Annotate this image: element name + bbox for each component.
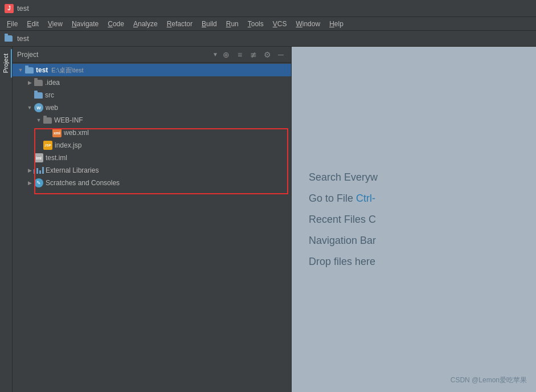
sidebar-tabs: Project xyxy=(0,47,13,392)
tree-item-scratches[interactable]: ✎ Scratches and Consoles xyxy=(13,177,291,189)
main-layout: Project Project ▼ ⊕ ≡ ≢ ⚙ ─ test E:\桌面\t… xyxy=(0,47,536,392)
extlib-icon xyxy=(34,166,43,175)
tab-title: test xyxy=(17,34,29,43)
tree-item-webinf[interactable]: WEB-INF xyxy=(13,114,291,126)
panel-settings-icon[interactable]: ⚙ xyxy=(261,49,273,60)
tree-item-indexjsp[interactable]: JSP index.jsp xyxy=(13,139,291,152)
webxml-label: web.xml xyxy=(64,129,89,137)
expand-arrow-extlibs[interactable] xyxy=(26,167,33,174)
hint-goto-file: Go to File Ctrl- xyxy=(309,193,375,205)
expand-arrow-scratches[interactable] xyxy=(26,179,33,186)
idea-label: .idea xyxy=(45,79,60,87)
scratches-label: Scratches and Consoles xyxy=(46,179,120,187)
window-title: test xyxy=(17,4,29,13)
web-label: web xyxy=(46,104,58,112)
menu-tools[interactable]: Tools xyxy=(243,19,268,29)
expand-arrow-idea[interactable] xyxy=(26,79,33,86)
menu-view[interactable]: View xyxy=(43,19,67,29)
menu-bar: File Edit View Navigate Code Analyze Ref… xyxy=(0,17,536,31)
menu-run[interactable]: Run xyxy=(222,19,243,29)
sidebar-tab-project[interactable]: Project xyxy=(1,49,12,77)
scratches-icon: ✎ xyxy=(36,180,41,186)
hint-recent-files: Recent Files C xyxy=(309,214,376,226)
title-bar: J test xyxy=(0,0,536,17)
root-name: test xyxy=(36,66,48,74)
tree-item-root[interactable]: test E:\桌面\test xyxy=(13,64,291,76)
expand-arrow-web[interactable] xyxy=(26,104,33,111)
tree-item-src[interactable]: src xyxy=(13,89,291,101)
panel-minimize-icon[interactable]: ─ xyxy=(275,49,287,60)
tree-item-web[interactable]: w web xyxy=(13,101,291,114)
tree-item-extlibs[interactable]: External Libraries xyxy=(13,164,291,177)
project-tree[interactable]: test E:\桌面\test .idea src xyxy=(13,63,291,392)
menu-refactor[interactable]: Refactor xyxy=(162,19,197,29)
root-path: E:\桌面\test xyxy=(51,66,83,75)
menu-help[interactable]: Help xyxy=(325,19,348,29)
menu-analyze[interactable]: Analyze xyxy=(129,19,162,29)
tab-folder-icon xyxy=(5,35,13,42)
hint-drop-files: Drop files here xyxy=(309,256,375,268)
tab-bar: test xyxy=(0,31,536,47)
app-icon: J xyxy=(5,4,14,13)
idea-folder-icon xyxy=(34,80,43,86)
hint-navigation-bar: Navigation Bar xyxy=(309,235,376,247)
src-label: src xyxy=(45,91,54,99)
tree-item-testiml[interactable]: iml test.iml xyxy=(13,152,291,164)
extlibs-label: External Libraries xyxy=(46,166,99,174)
project-panel: Project ▼ ⊕ ≡ ≢ ⚙ ─ test E:\桌面\test xyxy=(13,47,292,392)
webinf-label: WEB-INF xyxy=(54,116,83,124)
web-folder-icon: w xyxy=(36,105,40,111)
right-panel: Search Everyw Go to File Ctrl- Recent Fi… xyxy=(292,47,536,392)
expand-arrow-root[interactable] xyxy=(17,67,24,74)
webinf-folder-icon xyxy=(43,117,52,124)
menu-edit[interactable]: Edit xyxy=(22,19,43,29)
menu-file[interactable]: File xyxy=(2,19,22,29)
src-folder-icon xyxy=(34,92,43,99)
panel-dropdown-icon[interactable]: ▼ xyxy=(212,51,218,58)
testiml-label: test.iml xyxy=(46,154,67,162)
menu-build[interactable]: Build xyxy=(197,19,222,29)
indexjsp-label: index.jsp xyxy=(55,141,81,149)
hint-goto-shortcut: Ctrl- xyxy=(356,193,375,204)
expand-arrow-webinf[interactable] xyxy=(35,117,42,124)
panel-header: Project ▼ ⊕ ≡ ≢ ⚙ ─ xyxy=(13,47,291,63)
menu-vcs[interactable]: VCS xyxy=(268,19,292,29)
panel-locate-icon[interactable]: ⊕ xyxy=(220,49,232,60)
menu-code[interactable]: Code xyxy=(103,19,129,29)
menu-window[interactable]: Window xyxy=(291,19,325,29)
root-folder-icon xyxy=(25,67,34,74)
menu-navigate[interactable]: Navigate xyxy=(67,19,103,29)
indexjsp-file-icon: JSP xyxy=(43,141,52,150)
tree-item-idea[interactable]: .idea xyxy=(13,76,291,89)
panel-collapse-icon[interactable]: ≡ xyxy=(234,49,246,60)
webxml-file-icon: xml xyxy=(52,128,62,137)
hint-search-everywhere: Search Everyw xyxy=(309,172,378,183)
panel-title: Project xyxy=(17,51,209,59)
watermark: CSDN @Lemon爱吃苹果 xyxy=(451,375,527,385)
panel-expand-icon[interactable]: ≢ xyxy=(248,49,259,60)
tree-item-webxml[interactable]: xml web.xml xyxy=(13,126,291,139)
testiml-file-icon: iml xyxy=(34,153,43,162)
